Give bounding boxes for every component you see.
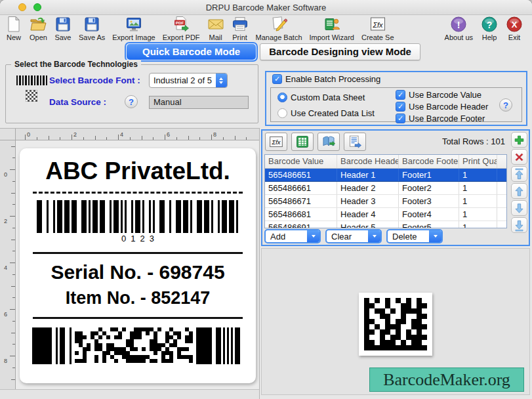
toolbar-label: Manage Batch [256, 33, 302, 41]
toolbar-help-button[interactable]: ?Help [481, 16, 498, 41]
barcode-bar [176, 200, 181, 233]
datamatrix-cell [411, 298, 417, 303]
table-row[interactable]: 565486681Header 4Footer41 [265, 208, 506, 221]
custom-data-sheet-option[interactable]: Custom Data Sheet [277, 93, 365, 102]
barcode-label-card[interactable]: ABC PrivateLtd. 0123 Serial No. - 698745… [20, 148, 256, 383]
barcode-bar [236, 200, 238, 233]
toolbar-label: Save [54, 33, 71, 41]
datamatrix-cell [369, 345, 375, 350]
ruler-tick [176, 137, 177, 140]
open-icon [30, 16, 47, 33]
move-down-button[interactable] [511, 200, 527, 216]
toolbar-print-button[interactable]: Print [232, 16, 249, 41]
datamatrix-cell [364, 340, 369, 345]
ruler-tick [199, 137, 200, 140]
move-top-button[interactable] [511, 166, 527, 182]
enable-batch-processing-row[interactable]: ✓ Enable Batch Processing [272, 74, 380, 84]
datamatrix-cell [406, 298, 411, 303]
toolbar-exit-button[interactable]: XExit [506, 16, 523, 41]
use-barcode-header-option[interactable]: ✓ Use Barcode Header [396, 100, 488, 112]
data-source-field[interactable]: Manual [149, 96, 249, 109]
app-window: DRPU Barcode Maker Software NewOpenSaveS… [0, 0, 532, 399]
toolbar-create-se-button[interactable]: ΣfxCreate Se [361, 16, 394, 41]
barcode-bar [204, 200, 209, 233]
button-label: Add [266, 230, 307, 242]
toolbar-import-wizard-button[interactable]: Import Wizard [310, 16, 354, 41]
ruler-tick [12, 344, 15, 345]
design-canvas[interactable]: ABC PrivateLtd. 0123 Serial No. - 698745… [16, 140, 259, 389]
use-barcode-value-checkbox[interactable]: ✓ [396, 90, 405, 100]
import-book-button[interactable] [317, 133, 340, 151]
use-created-data-list-option[interactable]: Use Created Data List [277, 108, 375, 118]
tab-quick-barcode-mode[interactable]: Quick Barcode Mode [125, 42, 258, 62]
use-barcode-footer-checkbox[interactable]: ✓ [396, 114, 405, 123]
table-row[interactable]: 565486691Header 5Footer51 [265, 221, 506, 228]
use-barcode-footer-option[interactable]: ✓ Use Barcode Footer [396, 112, 488, 124]
toolbar-export-image-button[interactable]: Export Image [112, 16, 155, 41]
datamatrix-cell [406, 335, 411, 340]
ruler-number: 4 [4, 264, 7, 271]
table-row[interactable]: 565486671Header 3Footer31 [265, 195, 506, 208]
svg-text:X: X [512, 20, 518, 30]
enable-batch-checkbox[interactable]: ✓ [272, 74, 282, 84]
ruler-tick [10, 309, 15, 310]
column-header[interactable]: Barcode Footer [399, 155, 459, 168]
toolbar-manage-batch-button[interactable]: Manage Batch [256, 16, 302, 41]
sigma-fx-button[interactable]: Σfx [265, 133, 287, 151]
delete-button[interactable]: Delete [386, 229, 443, 243]
datasheet-button[interactable]: x [291, 133, 314, 151]
toolbar-save-button[interactable]: Save [54, 16, 72, 41]
table-cell: Header 5 [337, 221, 399, 228]
datamatrix-cell [375, 340, 380, 345]
datamatrix-cell [390, 340, 396, 345]
column-header[interactable]: Barcode Header [337, 155, 399, 168]
move-up-button[interactable] [511, 183, 527, 199]
clear-button[interactable]: Clear [325, 229, 382, 243]
add-button[interactable]: Add [264, 229, 321, 243]
toolbar-new-button[interactable]: New [5, 16, 22, 41]
datamatrix-cell [369, 329, 375, 335]
datamatrix-cell [401, 345, 406, 350]
toolbar-mail-button[interactable]: Mail [207, 16, 224, 41]
export-list-button[interactable] [344, 133, 366, 151]
table-row[interactable]: 565486661Header 2Footer21 [265, 182, 506, 195]
horizontal-scrollbar-track[interactable] [0, 389, 259, 399]
datamatrix-preview-card[interactable] [359, 293, 432, 356]
datamatrix-cell [417, 340, 422, 345]
ruler-number: 0 [27, 131, 30, 138]
batch-data-table[interactable]: Barcode ValueBarcode HeaderBarcode Foote… [264, 154, 507, 228]
datamatrix-cell [411, 314, 417, 319]
table-cell: 1 [459, 169, 497, 181]
move-bottom-button[interactable] [511, 217, 527, 233]
toolbar-save-as-button[interactable]: Save As [79, 16, 105, 41]
add-row-button[interactable] [511, 132, 527, 148]
datamatrix-cell [375, 314, 380, 319]
label-serial-text: Serial No. - 698745 [20, 261, 256, 284]
use-created-data-list-radio[interactable] [277, 108, 287, 118]
batch-help-button[interactable]: ? [499, 98, 512, 112]
table-row[interactable]: 565486651Header 1Footer11 [265, 169, 506, 182]
toolbar-export-pdf-button[interactable]: PDFExport PDF [163, 16, 200, 41]
column-header[interactable]: Barcode Value [265, 155, 337, 168]
use-barcode-header-checkbox[interactable]: ✓ [396, 102, 405, 112]
solid-divider-2 [33, 317, 243, 319]
delete-row-button[interactable] [511, 149, 527, 165]
toolbar-open-button[interactable]: Open [30, 16, 47, 41]
barcode-bar [229, 200, 234, 233]
exit-icon: X [506, 16, 523, 33]
datamatrix-cell [390, 298, 396, 303]
datamatrix-cell [406, 319, 411, 324]
barcode-font-select[interactable]: Industrial 2 of 5 [149, 73, 228, 88]
toolbar-about-us-button[interactable]: !About us [445, 16, 473, 41]
barcode-bar [135, 200, 140, 233]
datamatrix-cell [385, 298, 390, 303]
column-header[interactable]: Print Qua... [459, 155, 497, 168]
custom-data-sheet-radio[interactable] [277, 93, 287, 102]
datamatrix-cell [411, 335, 417, 340]
use-barcode-value-option[interactable]: ✓ Use Barcode Value [396, 89, 488, 100]
ruler-tick [153, 137, 153, 140]
chevron-down-icon [307, 230, 319, 242]
data-source-help-button[interactable]: ? [125, 95, 138, 108]
tab-barcode-designing-view-mode[interactable]: Barcode Designing view Mode [260, 43, 420, 60]
ruler-tick [12, 297, 15, 298]
